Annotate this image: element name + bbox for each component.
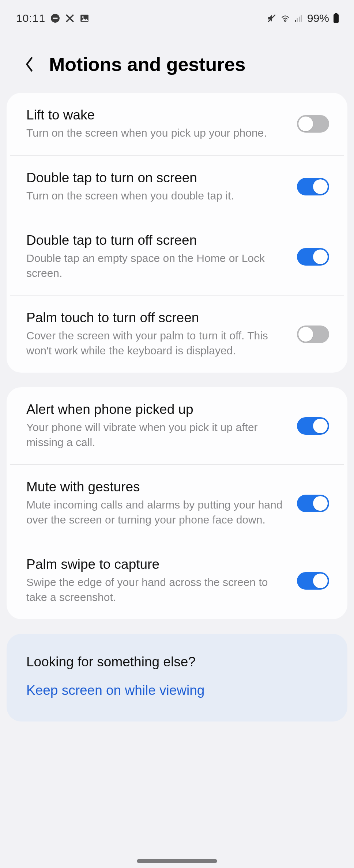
setting-alert-pickup[interactable]: Alert when phone picked up Your phone wi… [7, 387, 347, 464]
setting-double-tap-on[interactable]: Double tap to turn on screen Turn on the… [10, 155, 344, 218]
row-title: Lift to wake [26, 107, 286, 123]
signal-icon [294, 14, 304, 23]
row-title: Alert when phone picked up [26, 402, 286, 417]
toggle-alert-pickup[interactable] [297, 417, 329, 435]
toggle-double-tap-off[interactable] [297, 248, 329, 266]
row-title: Double tap to turn off screen [26, 233, 286, 248]
toggle-lift-to-wake[interactable] [297, 115, 329, 133]
svg-rect-8 [301, 15, 302, 22]
setting-double-tap-off[interactable]: Double tap to turn off screen Double tap… [10, 218, 344, 295]
status-bar: 10:11 99% [0, 0, 354, 33]
mute-icon [267, 14, 276, 23]
row-subtitle: Turn on the screen when you pick up your… [26, 126, 286, 141]
page-header: Motions and gestures [0, 33, 354, 93]
footer-card: Looking for something else? Keep screen … [7, 634, 347, 722]
row-subtitle: Mute incoming calls and alarms by puttin… [26, 498, 286, 527]
row-subtitle: Your phone will vibrate when you pick it… [26, 420, 286, 450]
setting-lift-to-wake[interactable]: Lift to wake Turn on the screen when you… [7, 93, 347, 155]
footer-heading: Looking for something else? [26, 654, 328, 670]
row-title: Palm swipe to capture [26, 557, 286, 572]
row-text: Mute with gestures Mute incoming calls a… [26, 479, 286, 527]
row-subtitle: Turn on the screen when you double tap i… [26, 189, 286, 203]
status-time: 10:11 [16, 12, 45, 24]
battery-text: 99% [307, 12, 329, 24]
battery-icon [333, 13, 339, 23]
chevron-left-icon [24, 56, 34, 72]
settings-group-1: Alert when phone picked up Your phone wi… [7, 387, 347, 619]
image-icon [80, 14, 89, 23]
page-title: Motions and gestures [49, 53, 245, 75]
footer-link-keep-screen-on[interactable]: Keep screen on while viewing [26, 683, 204, 698]
svg-rect-10 [334, 14, 339, 23]
row-text: Palm touch to turn off screen Cover the … [26, 310, 286, 358]
row-title: Double tap to turn on screen [26, 170, 286, 186]
row-subtitle: Double tap an empty space on the Home or… [26, 251, 286, 281]
dnd-icon [50, 14, 60, 23]
wifi-icon [280, 14, 290, 23]
row-title: Mute with gestures [26, 479, 286, 495]
svg-rect-6 [297, 18, 298, 22]
row-title: Palm touch to turn off screen [26, 310, 286, 326]
nav-handle[interactable] [137, 859, 217, 863]
svg-rect-5 [295, 20, 296, 22]
toggle-palm-swipe[interactable] [297, 572, 329, 590]
toggle-mute-gestures[interactable] [297, 495, 329, 512]
row-text: Lift to wake Turn on the screen when you… [26, 107, 286, 141]
row-text: Palm swipe to capture Swipe the edge of … [26, 557, 286, 605]
toggle-palm-touch-off[interactable] [297, 326, 329, 343]
setting-mute-gestures[interactable]: Mute with gestures Mute incoming calls a… [10, 464, 344, 542]
status-right: 99% [267, 12, 339, 24]
setting-palm-touch-off[interactable]: Palm touch to turn off screen Cover the … [10, 295, 344, 373]
x-app-icon [65, 14, 75, 23]
row-text: Alert when phone picked up Your phone wi… [26, 402, 286, 450]
svg-point-3 [82, 16, 84, 18]
row-text: Double tap to turn on screen Turn on the… [26, 170, 286, 203]
setting-palm-swipe[interactable]: Palm swipe to capture Swipe the edge of … [10, 542, 344, 619]
toggle-double-tap-on[interactable] [297, 178, 329, 195]
row-text: Double tap to turn off screen Double tap… [26, 233, 286, 281]
row-subtitle: Swipe the edge of your hand across the s… [26, 575, 286, 605]
row-subtitle: Cover the screen with your palm to turn … [26, 328, 286, 358]
svg-rect-7 [299, 17, 300, 22]
status-left: 10:11 [16, 12, 89, 24]
svg-rect-1 [53, 18, 58, 19]
settings-group-0: Lift to wake Turn on the screen when you… [7, 93, 347, 373]
back-button[interactable] [20, 56, 38, 73]
